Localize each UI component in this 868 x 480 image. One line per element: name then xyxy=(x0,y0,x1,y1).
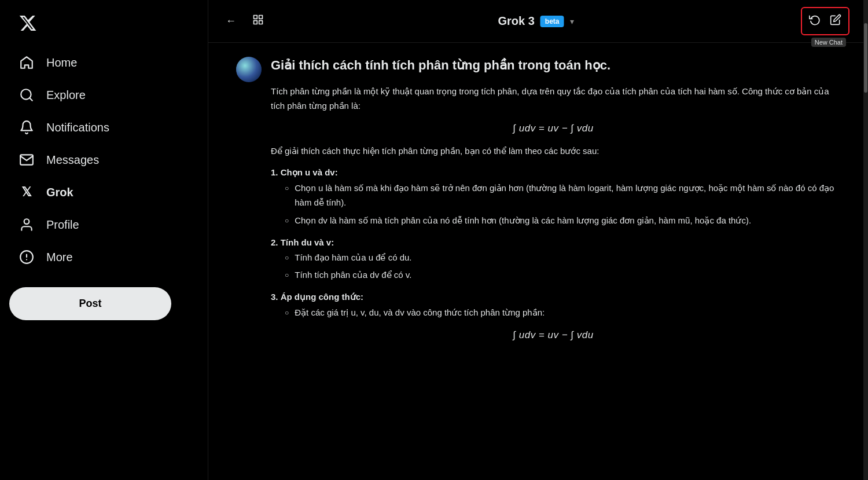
profile-label: Profile xyxy=(46,218,79,232)
sidebar-item-notifications[interactable]: Notifications xyxy=(9,111,198,144)
messages-icon xyxy=(19,152,35,168)
layout-button[interactable] xyxy=(249,10,267,32)
step1-bullet1: Chọn u là hàm số mà khi đạo hàm sẽ trở n… xyxy=(285,181,836,210)
svg-rect-6 xyxy=(254,16,258,19)
svg-line-1 xyxy=(30,98,32,101)
explore-icon xyxy=(19,87,35,103)
topbar-left: ← xyxy=(222,10,267,32)
topbar-center: Grok 3 beta ▾ xyxy=(498,14,573,28)
svg-rect-8 xyxy=(254,21,258,24)
formula2: ∫ udv = uv − ∫ vdu xyxy=(271,329,836,341)
main-content: ← Grok 3 beta ▾ xyxy=(208,0,863,480)
sidebar-item-home[interactable]: Home xyxy=(9,46,198,79)
sidebar-item-profile[interactable]: Profile xyxy=(9,208,198,241)
grok-title: Grok 3 xyxy=(498,14,534,28)
step3-bullet1: Đặt các giá trị u, v, du, và dv vào công… xyxy=(285,306,836,320)
grok-icon: 𝕏 xyxy=(19,184,35,200)
topbar: ← Grok 3 beta ▾ xyxy=(208,0,863,43)
step2-bullet1: Tính đạo hàm của u để có du. xyxy=(285,251,836,265)
explore-label: Explore xyxy=(46,89,86,102)
beta-badge: beta xyxy=(540,16,564,27)
more-label: More xyxy=(46,251,73,264)
message-body: Giải thích cách tính tích phân từng phần… xyxy=(271,57,836,350)
grok-label: Grok xyxy=(46,186,73,199)
step3-heading: 3. Áp dụng công thức: xyxy=(271,292,836,302)
back-button[interactable]: ← xyxy=(222,12,240,31)
sidebar-item-grok[interactable]: 𝕏 Grok xyxy=(9,176,198,208)
profile-icon xyxy=(19,217,35,233)
avatar-image xyxy=(236,57,262,82)
new-chat-label: New Chat xyxy=(811,38,846,47)
notifications-icon xyxy=(19,119,35,135)
chat-area: Giải thích cách tính tích phân từng phần… xyxy=(208,43,863,480)
home-icon xyxy=(19,54,35,71)
sidebar-item-messages[interactable]: Messages xyxy=(9,144,198,176)
history-button[interactable] xyxy=(806,10,824,32)
message-row: Giải thích cách tính tích phân từng phần… xyxy=(236,57,836,350)
step-intro-text: Để giải thích cách thực hiện tích phân t… xyxy=(271,144,836,159)
topbar-actions: New Chat xyxy=(801,7,849,35)
svg-rect-7 xyxy=(259,16,263,19)
sidebar-item-more[interactable]: More xyxy=(9,241,198,273)
message-question: Giải thích cách tính tích phân từng phần… xyxy=(271,57,836,75)
intro-text: Tích phân từng phần là một kỹ thuật quan… xyxy=(271,84,836,113)
step2-bullet2: Tính tích phân của dv để có v. xyxy=(285,268,836,283)
sidebar: Home Explore Notifications Messages xyxy=(0,0,208,480)
step1-bullet2: Chọn dv là hàm số mà tích phân của nó dễ… xyxy=(285,214,836,228)
notifications-label: Notifications xyxy=(46,121,109,134)
formula1: ∫ udv = uv − ∫ vdu xyxy=(271,123,836,134)
new-chat-button[interactable] xyxy=(826,10,845,32)
scrollbar-thumb[interactable] xyxy=(864,23,867,93)
avatar xyxy=(236,57,262,82)
scrollbar[interactable] xyxy=(863,0,868,480)
post-button[interactable]: Post xyxy=(9,287,171,320)
svg-point-2 xyxy=(24,219,30,224)
home-label: Home xyxy=(46,56,77,69)
step2-heading: 2. Tính du và v: xyxy=(271,237,836,247)
sidebar-item-explore[interactable]: Explore xyxy=(9,79,198,111)
x-logo[interactable] xyxy=(9,7,198,42)
step1-heading: 1. Chọn u và dv: xyxy=(271,167,836,178)
dropdown-chevron-icon[interactable]: ▾ xyxy=(570,17,574,26)
messages-label: Messages xyxy=(46,153,99,167)
svg-rect-9 xyxy=(259,21,263,24)
more-icon xyxy=(19,249,35,265)
